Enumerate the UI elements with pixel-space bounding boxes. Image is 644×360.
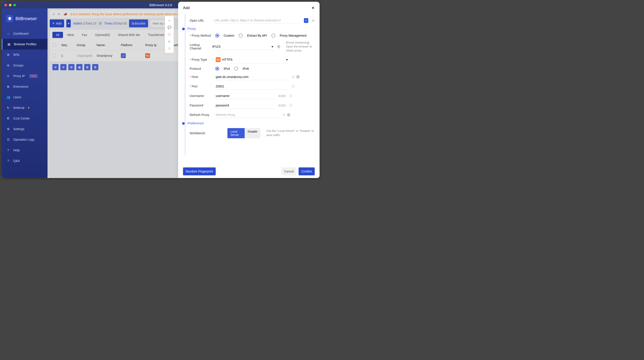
- sidebar-item-referral[interactable]: ↻Referral✦: [2, 102, 48, 113]
- nav-icon: ⚙: [6, 127, 10, 131]
- strip-fingerprint-icon[interactable]: ☉: [167, 46, 172, 51]
- username-count: 8/200: [278, 94, 286, 98]
- nav-icon: ⚙: [6, 53, 10, 57]
- confirm-button[interactable]: Confirm: [298, 167, 315, 175]
- section-proxy: Proxy: [188, 27, 315, 30]
- host-input[interactable]: [215, 74, 288, 80]
- sidebar: BitBrowser ⌂Dashboard▦Browser Profiles⚙R…: [2, 8, 48, 178]
- sidebar-item-rpa[interactable]: ⚙RPA: [2, 49, 48, 60]
- drawer-footer: Random Fingerprint Cancel Confirm: [178, 165, 320, 178]
- sidebar-item-browser-profiles[interactable]: ▦Browser Profiles: [2, 39, 48, 49]
- sidebar-item-settings[interactable]: ⚙Settings: [2, 124, 48, 134]
- new-badge: NEW: [30, 74, 38, 78]
- sidebar-item-cost-center[interactable]: ⛨Cost Center: [2, 113, 48, 124]
- clear-icon[interactable]: ⓧ: [289, 94, 292, 98]
- sidebar-item-groups[interactable]: ⧉Groups: [2, 60, 48, 71]
- sidebar-item-q&a[interactable]: ?Q&A: [2, 155, 48, 166]
- protocol-radios: IPv4 IPv6: [215, 67, 249, 71]
- sidebar-item-users[interactable]: 👥Users: [2, 92, 48, 102]
- protocol-row: Protocol IPv4 IPv6: [188, 67, 315, 71]
- sidebar-item-label: Groups: [13, 64, 24, 67]
- proxy-method-row: Proxy Method Custom Extract By API Proxy…: [188, 33, 315, 37]
- clear-icon[interactable]: ⓧ: [292, 75, 295, 79]
- clear-icon[interactable]: ⓧ: [292, 84, 295, 88]
- app-window: BitBrowser 6.0.6 ◐ ⟳ Line1 ▾ 🌐 English ▾…: [2, 2, 320, 178]
- port-input[interactable]: [215, 83, 288, 90]
- lookup-select[interactable]: IP123▾: [212, 43, 274, 50]
- nav-icon: ?: [6, 159, 10, 163]
- proxy-type-select[interactable]: HsHTTPS▾: [215, 56, 288, 64]
- drawer-title: Add: [183, 6, 190, 10]
- sidebar-item-extensions[interactable]: ⊞Extensions: [2, 81, 48, 92]
- radio-proxy-mgmt[interactable]: [272, 33, 275, 37]
- brand-logo-icon: [6, 15, 13, 22]
- drawer-header: Add ✕: [178, 2, 320, 14]
- strip-chevron-icon[interactable]: ›: [167, 18, 172, 22]
- lookup-help: [Proxy monitoring] Open the browser to c…: [286, 41, 315, 53]
- nav-icon: ⌂: [6, 31, 10, 35]
- sidebar-item-label: Operation Logs: [13, 138, 34, 141]
- add-drawer: Add ✕ Open URL + ⚙ Proxy Proxy Method Cu…: [178, 2, 320, 178]
- strip-monitor-icon[interactable]: 🖵: [167, 32, 172, 37]
- plus-icon[interactable]: +: [304, 18, 308, 23]
- workbench-disable[interactable]: Disable: [245, 128, 260, 138]
- nav-icon: ⧉: [6, 63, 10, 67]
- sidebar-item-proxy-ip[interactable]: ⊙Proxy IPNEW: [2, 71, 48, 81]
- info-icon[interactable]: i: [287, 113, 290, 117]
- sidebar-item-help[interactable]: ?Help: [2, 145, 48, 155]
- side-icon-strip: › 💬 🖵 ⊙ ☉: [165, 16, 174, 53]
- radio-ipv6[interactable]: [234, 67, 238, 71]
- username-input[interactable]: [215, 93, 275, 99]
- open-url-input[interactable]: [214, 17, 300, 24]
- clear-icon[interactable]: ⓧ: [289, 103, 292, 107]
- random-fingerprint-button[interactable]: Random Fingerprint: [183, 167, 216, 175]
- radio-ipv4[interactable]: [215, 67, 219, 71]
- nav-icon: ↻: [6, 106, 10, 110]
- sidebar-item-operation-logs[interactable]: ☰Operation Logs: [2, 134, 48, 145]
- close-icon[interactable]: ✕: [312, 5, 315, 10]
- sidebar-item-label: Referral: [13, 106, 24, 109]
- timeline: [185, 14, 186, 156]
- brand: BitBrowser: [2, 12, 48, 28]
- username-label: Username: [190, 94, 212, 98]
- sidebar-item-label: Extensions: [13, 85, 28, 88]
- proxy-type-row: Proxy Type HsHTTPS▾: [188, 56, 315, 64]
- password-label: Password: [190, 104, 212, 107]
- info-icon[interactable]: i: [296, 75, 300, 79]
- workbench-local[interactable]: Local Server: [228, 128, 245, 138]
- sidebar-item-label: Cost Center: [13, 117, 30, 120]
- lookup-label: Lookup Channel: [190, 43, 208, 50]
- refresh-proxy-input[interactable]: [215, 112, 279, 118]
- refresh-icon[interactable]: ⟳: [283, 113, 286, 117]
- brand-text: BitBrowser: [16, 16, 37, 21]
- username-row: Username 8/200 ⓧ: [188, 93, 315, 99]
- open-url-label: Open URL: [190, 19, 210, 22]
- radio-extract-api[interactable]: [239, 33, 243, 37]
- password-count: 8/200: [278, 104, 286, 107]
- nav-icon: ☰: [6, 138, 10, 142]
- drawer-body: Open URL + ⚙ Proxy Proxy Method Custom E…: [178, 14, 320, 165]
- refresh-proxy-label: Refresh Proxy: [190, 113, 212, 117]
- info-icon[interactable]: i: [277, 45, 280, 48]
- section-preference: Preference: [188, 121, 315, 125]
- port-label: Port: [190, 85, 212, 88]
- workbench-label: Workbench: [190, 131, 209, 135]
- password-input[interactable]: [215, 102, 275, 109]
- nav-icon: ⊞: [6, 85, 10, 89]
- workbench-toggle: Local Server Disable: [228, 128, 260, 138]
- radio-custom[interactable]: [215, 33, 219, 37]
- sidebar-item-label: Q&A: [13, 159, 20, 163]
- workbench-row: Workbench Local Server Disable Use the "…: [188, 128, 315, 138]
- strip-chat-icon[interactable]: 💬: [167, 25, 172, 29]
- sparkle-icon: ✦: [28, 106, 30, 109]
- proxy-type-label: Proxy Type: [190, 58, 212, 61]
- sidebar-item-label: Browser Profiles: [14, 42, 36, 46]
- cancel-button[interactable]: Cancel: [281, 167, 296, 175]
- gear-icon[interactable]: ⚙: [312, 19, 315, 22]
- strip-toggle-icon[interactable]: ⊙: [167, 39, 172, 44]
- host-label: Host: [190, 75, 212, 79]
- workbench-help: Use the "Local Server" or "Disable" to s…: [266, 129, 315, 137]
- sidebar-item-dashboard[interactable]: ⌂Dashboard: [2, 28, 48, 39]
- nav-icon: ⛨: [6, 116, 10, 120]
- lookup-row: Lookup Channel IP123▾ i [Proxy monitorin…: [188, 41, 315, 53]
